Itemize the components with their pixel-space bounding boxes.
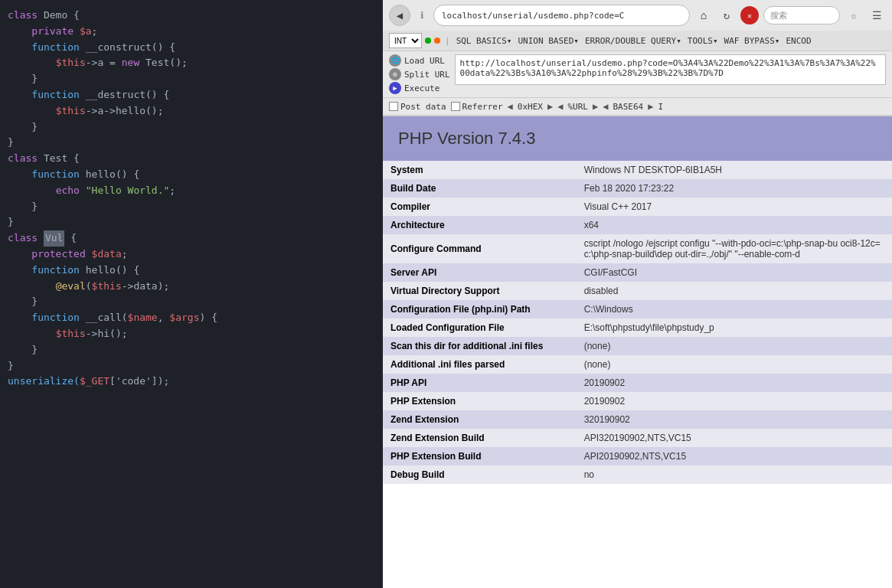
post-data-checkbox[interactable] xyxy=(389,102,398,111)
table-row: Architecturex64 xyxy=(383,216,892,234)
table-row: Zend Extension BuildAPI320190902,NTS,VC1… xyxy=(383,429,892,447)
code-line: unserialize($_GET['code']); xyxy=(0,374,383,390)
url-textarea[interactable]: http://localhost/unserial/usdemo.php?cod… xyxy=(455,54,886,85)
php-version-header: PHP Version 7.4.3 xyxy=(383,116,892,161)
table-value: x64 xyxy=(577,216,892,234)
url-label: %URL xyxy=(567,102,588,112)
table-value: 20190902 xyxy=(577,374,892,392)
referrer-label: Referrer xyxy=(462,102,503,112)
post-data-checkbox-item[interactable]: Post data xyxy=(389,102,446,112)
table-key: Zend Extension Build xyxy=(383,429,577,447)
toolbar-row: INT | SQL BASICS▾ UNION BASED▾ ERROR/DOU… xyxy=(383,31,892,51)
code-line: } xyxy=(0,214,383,230)
code-line: $this->a->hello(); xyxy=(0,103,383,119)
table-row: Additional .ini files parsed(none) xyxy=(383,355,892,374)
home-icon[interactable]: ⌂ xyxy=(694,6,713,24)
table-row: Scan this dir for additional .ini files(… xyxy=(383,337,892,355)
post-data-label: Post data xyxy=(400,102,446,112)
split-url-button[interactable]: ⚙ Split URL xyxy=(389,68,450,80)
encod-menu[interactable]: ENCOD xyxy=(784,36,812,46)
encode-more: I xyxy=(658,102,663,112)
table-value: API320190902,NTS,VC15 xyxy=(577,429,892,447)
waf-bypass-menu[interactable]: WAF BYPASS▾ xyxy=(723,36,782,46)
menu-icon[interactable]: ☰ xyxy=(867,6,886,24)
arrow-left-1: ◀ xyxy=(508,101,513,112)
table-key: Architecture xyxy=(383,216,577,234)
phpinfo-content: PHP Version 7.4.3 SystemWindows NT DESKT… xyxy=(383,116,892,588)
url-text: localhost/unserial/usdemo.php?code=C xyxy=(442,11,624,21)
code-line: function hello() { xyxy=(0,167,383,183)
referrer-checkbox-item[interactable]: Referrer xyxy=(451,102,503,112)
green-dot xyxy=(425,38,431,44)
table-row: Build DateFeb 18 2020 17:23:22 xyxy=(383,179,892,198)
table-key: Zend Extension xyxy=(383,410,577,429)
code-line: @eval($this->data); xyxy=(0,279,383,295)
table-value: disabled xyxy=(577,282,892,300)
table-key: Virtual Directory Support xyxy=(383,282,577,300)
arrow-left-2: ◀ xyxy=(557,101,563,112)
search-box[interactable]: 搜索 xyxy=(763,6,840,24)
load-url-button[interactable]: 🌐 Load URL xyxy=(389,54,450,67)
table-key: Configure Command xyxy=(383,234,577,263)
arrow-left-3: ◀ xyxy=(603,101,608,112)
code-line: class Vul { xyxy=(0,230,383,247)
back-button[interactable]: ◀ xyxy=(389,5,410,26)
gear-icon: ⚙ xyxy=(389,68,401,80)
code-line: function __call($name, $args) { xyxy=(0,310,383,326)
nav-bar: ◀ ℹ localhost/unserial/usdemo.php?code=C… xyxy=(383,0,892,31)
orange-dot xyxy=(434,38,440,44)
referrer-checkbox[interactable] xyxy=(451,102,460,111)
code-line: } xyxy=(0,342,383,358)
code-line: } xyxy=(0,358,383,374)
code-line: class Test { xyxy=(0,151,383,167)
address-bar[interactable]: localhost/unserial/usdemo.php?code=C xyxy=(433,5,690,26)
search-placeholder: 搜索 xyxy=(770,10,787,21)
table-row: Debug Buildno xyxy=(383,466,892,484)
globe-icon: 🌐 xyxy=(389,54,401,67)
table-key: Debug Build xyxy=(383,466,577,484)
stop-icon[interactable]: ✕ xyxy=(740,6,759,24)
table-value: (none) xyxy=(577,337,892,355)
arrow-right-2: ▶ xyxy=(593,101,598,112)
execute-button[interactable]: ▶ Execute xyxy=(389,82,450,94)
table-row: Zend Extension320190902 xyxy=(383,410,892,429)
code-editor: class Demo { private $a; function __cons… xyxy=(0,0,383,588)
table-row: Server APICGI/FastCGI xyxy=(383,263,892,282)
code-line: } xyxy=(0,199,383,215)
hex-label: 0xHEX xyxy=(518,102,543,112)
table-value: CGI/FastCGI xyxy=(577,263,892,282)
code-line: private $a; xyxy=(0,24,383,40)
tools-menu[interactable]: TOOLS▾ xyxy=(686,36,720,46)
code-line: protected $data; xyxy=(0,247,383,263)
table-value: Windows NT DESKTOP-6IB1A5H xyxy=(577,161,892,179)
table-row: Loaded Configuration FileE:\soft\phpstud… xyxy=(383,318,892,337)
code-line: $this->a = new Test(); xyxy=(0,55,383,71)
sql-basics-menu[interactable]: SQL BASICS▾ xyxy=(455,36,514,46)
table-row: PHP API20190902 xyxy=(383,374,892,392)
code-line: } xyxy=(0,71,383,87)
table-key: PHP API xyxy=(383,374,577,392)
encode-row: Post data Referrer ◀ 0xHEX ▶ ◀ %URL ▶ ◀ … xyxy=(383,98,892,116)
int-select[interactable]: INT xyxy=(389,33,422,48)
url-actions: 🌐 Load URL ⚙ Split URL ▶ Execute xyxy=(389,54,450,94)
table-value: no xyxy=(577,466,892,484)
url-input-row: 🌐 Load URL ⚙ Split URL ▶ Execute http://… xyxy=(383,51,892,98)
table-row: CompilerVisual C++ 2017 xyxy=(383,198,892,216)
table-row: PHP Extension BuildAPI20190902,NTS,VC15 xyxy=(383,447,892,466)
code-line: $this->hi(); xyxy=(0,326,383,342)
code-line: } xyxy=(0,294,383,310)
code-line: } xyxy=(0,119,383,136)
refresh-icon[interactable]: ↻ xyxy=(717,6,736,24)
union-based-menu[interactable]: UNION BASED▾ xyxy=(516,36,580,46)
table-key: Loaded Configuration File xyxy=(383,318,577,337)
star-icon[interactable]: ☆ xyxy=(845,6,863,24)
table-row: Configuration File (php.ini) PathC:\Wind… xyxy=(383,300,892,318)
table-row: PHP Extension20190902 xyxy=(383,392,892,410)
table-value: Visual C++ 2017 xyxy=(577,198,892,216)
code-line: echo "Hello World."; xyxy=(0,183,383,199)
error-double-query-menu[interactable]: ERROR/DOUBLE QUERY▾ xyxy=(583,36,683,46)
table-row: SystemWindows NT DESKTOP-6IB1A5H xyxy=(383,161,892,179)
table-key: Scan this dir for additional .ini files xyxy=(383,337,577,355)
table-value: 320190902 xyxy=(577,410,892,429)
browser-chrome: ◀ ℹ localhost/unserial/usdemo.php?code=C… xyxy=(383,0,892,116)
